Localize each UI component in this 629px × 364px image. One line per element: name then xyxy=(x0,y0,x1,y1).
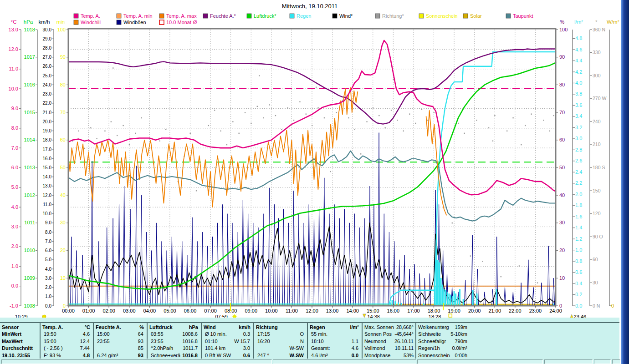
direction-dot xyxy=(366,121,367,122)
axis-wm: W/m²0 xyxy=(607,19,619,308)
stat-value: 93 xyxy=(97,352,143,359)
direction-dot xyxy=(494,115,495,116)
direction-dot xyxy=(427,120,428,121)
statusbar-segment xyxy=(417,359,543,364)
axis-label: 30 xyxy=(559,220,565,225)
legend-item-windb-en: Windböen xyxy=(117,20,146,25)
x-label: 07:00 xyxy=(204,308,217,313)
axis-label: 19.0 xyxy=(43,128,52,133)
axis-label: 0.0 xyxy=(575,303,582,308)
axis-header: l/m² xyxy=(574,19,583,25)
axis-label: 13.0 xyxy=(43,183,52,188)
legend-item-temp-a-max: Temp. A. max xyxy=(159,13,197,19)
stat-value: 0.0l/m² xyxy=(418,345,467,352)
page-title: Mittwoch, 19.10.2011 xyxy=(0,3,619,10)
axis-label: 4.0 xyxy=(575,80,582,86)
row-header: 19.10. 23:55 xyxy=(2,352,38,359)
axis-label: 80 xyxy=(60,82,66,87)
direction-dot xyxy=(293,120,294,121)
x-label: 23:00 xyxy=(529,308,542,313)
table-divider xyxy=(201,323,202,359)
axis-label: 2.6 xyxy=(575,158,582,163)
axis-label: 9.0 xyxy=(45,220,51,225)
x-label: 13:00 xyxy=(326,308,339,313)
x-label: 02:00 xyxy=(102,308,115,313)
axis-label: 3.6 xyxy=(575,102,582,108)
axis-label: 15.0 xyxy=(43,165,52,170)
direction-dot xyxy=(275,115,276,116)
axis-label: 12.0 xyxy=(9,46,18,52)
axis-label: 30 xyxy=(593,280,598,285)
axis-label: 11.0 xyxy=(43,202,51,207)
axis-time: 00:0001:0002:0003:0004:0005:0006:0007:00… xyxy=(62,306,562,313)
direction-dot xyxy=(123,125,123,126)
row-header: MinWert xyxy=(2,331,38,338)
row-header: MaxWert xyxy=(2,338,38,345)
statusbar-segment xyxy=(1,359,272,364)
x-label: 20:00 xyxy=(468,308,481,313)
stat-value: W-SW xyxy=(257,345,304,352)
axis-percent: %0102030405060708090100 xyxy=(556,19,568,308)
stat-value: 1008.6 xyxy=(151,331,198,338)
axis-lm: l/m²0.00.20.40.60.81.01.21.41.61.82.02.2… xyxy=(573,19,583,308)
legend-label: Regen xyxy=(297,13,311,19)
stat-value: 93 xyxy=(97,338,143,345)
direction-dot xyxy=(553,115,554,116)
x-label: 10:00 xyxy=(265,308,278,313)
axis-: °0 N306090 O120150180 S210240270 W300330… xyxy=(590,19,606,308)
axis-label: 210 xyxy=(593,142,601,147)
direction-dot xyxy=(330,171,331,172)
stat-value: W 15.7 xyxy=(205,338,250,345)
axis-label: 70 xyxy=(559,110,565,115)
axis-label: 150 xyxy=(593,188,601,193)
direction-dot xyxy=(336,112,337,113)
axis-label: 10 xyxy=(60,275,66,281)
axis-label: 11.0 xyxy=(9,66,18,71)
direction-dot xyxy=(78,131,79,131)
axis-label: 5.0 xyxy=(11,184,18,190)
axis-label: 6.0 xyxy=(45,248,51,253)
stat-value: 4.6 xyxy=(44,331,90,338)
direction-dot xyxy=(159,140,160,141)
direction-dot xyxy=(512,117,513,118)
axis-label: 40 xyxy=(60,192,66,198)
axis-label: 1.4 xyxy=(575,225,582,230)
column-unit: hPa xyxy=(149,324,198,331)
legend-label: Windchill xyxy=(81,20,101,25)
x-label: 17:00 xyxy=(407,308,420,313)
axis-label: 13.0 xyxy=(9,27,18,32)
axis-label: 3.0 xyxy=(11,224,18,229)
column-unit: °C xyxy=(42,324,90,331)
axis-label: 9.0 xyxy=(11,106,18,111)
stat-value: 0.6 xyxy=(205,352,250,359)
legend-swatch xyxy=(159,20,164,25)
statusbar-segment xyxy=(544,359,593,364)
direction-dot xyxy=(501,276,501,277)
direction-dot xyxy=(129,144,130,145)
axis-label: 10.0 xyxy=(9,86,18,91)
legend-swatch xyxy=(332,14,337,18)
axis-label: 3.8 xyxy=(575,91,582,96)
sensor-table-area: SensorMinWertMaxWertDurchschnitt19.10. 2… xyxy=(0,318,619,359)
x-label: 12:00 xyxy=(306,308,318,313)
table-divider xyxy=(415,323,416,359)
stat-value: 12.4 xyxy=(44,338,90,345)
statusbar-segment xyxy=(594,359,611,364)
sun-ray xyxy=(233,315,233,315)
legend: Temp. A.Temp. A. minTemp. A. maxFeuchte … xyxy=(74,13,533,25)
direction-dot xyxy=(403,131,404,131)
x-label: 19:00 xyxy=(448,308,460,313)
x-label: 24:00 xyxy=(549,308,562,313)
direction-dot xyxy=(476,120,477,121)
direction-dot xyxy=(393,79,394,80)
axis-label: 2.8 xyxy=(575,147,582,152)
direction-dot xyxy=(360,153,361,154)
stat-value: -45,644° xyxy=(364,331,414,338)
axis-label: 12.0 xyxy=(43,193,52,198)
legend-label: Solar xyxy=(470,13,482,19)
axis-label: 90 O xyxy=(593,234,603,239)
axis-label: 0 N xyxy=(593,303,600,308)
direction-dot xyxy=(543,120,544,121)
x-label: 16:00 xyxy=(387,308,400,313)
direction-dot xyxy=(488,127,489,128)
